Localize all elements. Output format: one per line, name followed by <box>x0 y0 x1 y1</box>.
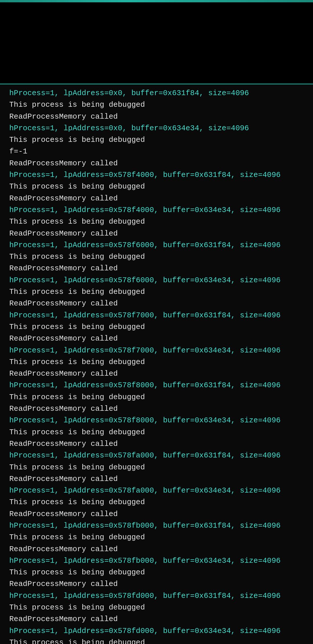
terminal-line: hProcess=1, lpAddress=0x578f4000, buffer… <box>9 204 304 216</box>
terminal-line: This process is being debugged <box>9 637 304 644</box>
terminal-line: ReadProcessMemory called <box>9 158 304 169</box>
terminal-line: hProcess=1, lpAddress=0x578fb000, buffer… <box>9 520 304 531</box>
terminal-line: ReadProcessMemory called <box>9 333 304 344</box>
terminal-line: hProcess=1, lpAddress=0x578f8000, buffer… <box>9 415 304 426</box>
terminal-line: This process is being debugged <box>9 496 304 508</box>
terminal-line: ReadProcessMemory called <box>9 438 304 450</box>
terminal-line: ReadProcessMemory called <box>9 193 304 204</box>
terminal-line: This process is being debugged <box>9 181 304 192</box>
terminal-line: ReadProcessMemory called <box>9 403 304 415</box>
terminal-line: This process is being debugged <box>9 567 304 578</box>
terminal-line: hProcess=1, lpAddress=0x578f6000, buffer… <box>9 274 304 286</box>
top-black-area <box>0 2 313 84</box>
terminal-line: This process is being debugged <box>9 391 304 403</box>
terminal-line: hProcess=1, lpAddress=0x578f4000, buffer… <box>9 169 304 181</box>
terminal-line: hProcess=1, lpAddress=0x578f7000, buffer… <box>9 310 304 321</box>
terminal-line: f=-1 <box>9 146 304 157</box>
terminal-line: This process is being debugged <box>9 462 304 473</box>
terminal-line: This process is being debugged <box>9 251 304 263</box>
terminal-line: hProcess=1, lpAddress=0x578fa000, buffer… <box>9 450 304 461</box>
terminal-line: hProcess=1, lpAddress=0x578f8000, buffer… <box>9 379 304 391</box>
terminal-line: hProcess=1, lpAddress=0x578f6000, buffer… <box>9 239 304 251</box>
top-bar <box>0 0 313 2</box>
terminal-line: ReadProcessMemory called <box>9 228 304 239</box>
terminal-line: hProcess=1, lpAddress=0x578fd000, buffer… <box>9 625 304 637</box>
terminal-area: hProcess=1, lpAddress=0x0, buffer=0x631f… <box>0 84 313 644</box>
terminal-line: This process is being debugged <box>9 602 304 613</box>
terminal-line: This process is being debugged <box>9 216 304 227</box>
terminal-line: hProcess=1, lpAddress=0x0, buffer=0x634e… <box>9 122 304 134</box>
terminal-line: ReadProcessMemory called <box>9 578 304 590</box>
terminal-line: This process is being debugged <box>9 321 304 333</box>
terminal-line: ReadProcessMemory called <box>9 543 304 555</box>
terminal-line: hProcess=1, lpAddress=0x578f7000, buffer… <box>9 345 304 356</box>
terminal-line: ReadProcessMemory called <box>9 111 304 122</box>
terminal-line: hProcess=1, lpAddress=0x578fd000, buffer… <box>9 590 304 602</box>
terminal-line: ReadProcessMemory called <box>9 298 304 309</box>
terminal-line: This process is being debugged <box>9 531 304 543</box>
terminal-line: ReadProcessMemory called <box>9 613 304 625</box>
terminal-line: hProcess=1, lpAddress=0x578fa000, buffer… <box>9 485 304 496</box>
terminal-line: hProcess=1, lpAddress=0x0, buffer=0x631f… <box>9 87 304 99</box>
terminal-line: This process is being debugged <box>9 426 304 438</box>
terminal-line: This process is being debugged <box>9 356 304 368</box>
terminal-line: ReadProcessMemory called <box>9 368 304 379</box>
terminal-line: ReadProcessMemory called <box>9 508 304 520</box>
terminal-line: This process is being debugged <box>9 286 304 298</box>
terminal-line: This process is being debugged <box>9 99 304 111</box>
terminal-line: ReadProcessMemory called <box>9 473 304 485</box>
terminal-line: This process is being debugged <box>9 134 304 146</box>
terminal-line: ReadProcessMemory called <box>9 263 304 274</box>
terminal-line: hProcess=1, lpAddress=0x578fb000, buffer… <box>9 555 304 567</box>
